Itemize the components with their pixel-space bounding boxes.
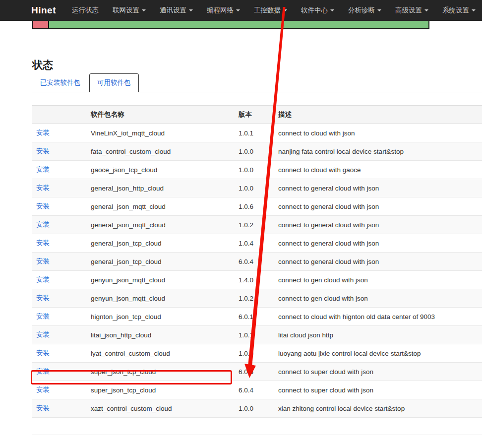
package-description: connect to gen cloud with json <box>278 276 368 284</box>
packages-table: 软件包名称 版本 描述 安装 VineLinX_iot_mqtt_cloud 1… <box>32 105 482 418</box>
package-description: litai cloud json http <box>278 331 333 339</box>
package-name: hignton_json_tcp_cloud <box>91 313 161 320</box>
section-divider <box>32 435 482 435</box>
table-row: 安装 xazt_control_custom_cloud 1.0.0 xian … <box>32 399 482 418</box>
tab-bar: 已安装软件包 可用软件包 <box>32 75 482 92</box>
package-name: general_json_mqtt_cloud <box>91 203 166 210</box>
package-version: 1.0.1 <box>239 331 253 339</box>
install-link[interactable]: 安装 <box>36 313 50 320</box>
package-version: 1.0.0 <box>239 166 253 174</box>
install-link[interactable]: 安装 <box>36 184 50 192</box>
package-description: connect to general cloud with json <box>278 203 379 210</box>
package-version: 6.0.4 <box>239 258 253 265</box>
package-version: 6.0.1 <box>239 313 253 320</box>
tab-installed-packages[interactable]: 已安装软件包 <box>32 73 88 92</box>
nav-item-label: 通讯设置 <box>160 0 186 21</box>
install-link[interactable]: 安装 <box>36 221 50 228</box>
install-link[interactable]: 安装 <box>36 294 50 302</box>
nav-menu: 运行状态 联网设置 通讯设置 编程网络 工控数据 软件中心 分析诊断 高级设置 … <box>65 0 482 21</box>
chevron-down-icon <box>142 9 146 11</box>
nav-item-industrial-data[interactable]: 工控数据 <box>247 0 294 21</box>
package-description: connect to cloud with json <box>278 129 355 137</box>
package-name: litai_json_http_cloud <box>91 331 151 339</box>
nav-item-comm-settings[interactable]: 通讯设置 <box>153 0 200 21</box>
package-description: luoyang aotu jixie control local device … <box>278 350 421 357</box>
table-row: 安装 general_json_mqtt_cloud 1.0.6 connect… <box>32 197 482 216</box>
table-row: 安装 general_json_http_cloud 1.0.0 connect… <box>32 179 482 197</box>
install-link[interactable]: 安装 <box>36 331 50 338</box>
chevron-down-icon <box>472 9 476 11</box>
brand-logo[interactable]: Hinet <box>31 0 56 21</box>
nav-item-programming-network[interactable]: 编程网络 <box>200 0 247 21</box>
install-link[interactable]: 安装 <box>36 349 50 357</box>
table-row: 安装 hignton_json_tcp_cloud 6.0.1 connect … <box>32 308 482 326</box>
package-version: 1.0.0 <box>239 185 253 192</box>
table-row: 安装 genyun_json_mqtt_cloud 1.4.0 connect … <box>32 271 482 289</box>
nav-item-label: 联网设置 <box>113 0 139 21</box>
install-link[interactable]: 安装 <box>36 257 50 265</box>
package-version: 1.0.1 <box>239 129 253 137</box>
chevron-down-icon <box>283 9 287 11</box>
nav-item-analysis-diagnosis[interactable]: 分析诊断 <box>341 0 388 21</box>
package-name: VineLinX_iot_mqtt_cloud <box>91 129 165 137</box>
install-link[interactable]: 安装 <box>36 166 50 173</box>
header-description: 描述 <box>274 106 482 124</box>
table-row: 安装 general_json_tcp_cloud 1.0.4 connect … <box>32 234 482 253</box>
table-row: 安装 fata_control_custom_cloud 1.0.0 nanji… <box>32 142 482 161</box>
install-link[interactable]: 安装 <box>36 386 50 393</box>
install-link[interactable]: 安装 <box>36 202 50 210</box>
nav-item-network-settings[interactable]: 联网设置 <box>106 0 153 21</box>
chevron-down-icon <box>189 9 193 11</box>
header-package-name: 软件包名称 <box>87 106 235 124</box>
package-version: 6.0.4 <box>239 386 253 394</box>
table-header-row: 软件包名称 版本 描述 <box>32 106 482 124</box>
package-description: connect to general cloud with json <box>278 258 379 265</box>
package-name: general_json_tcp_cloud <box>91 240 162 247</box>
install-link[interactable]: 安装 <box>36 239 50 247</box>
package-name: xazt_control_custom_cloud <box>91 405 172 412</box>
package-name: lyat_control_custom_cloud <box>91 350 170 357</box>
tab-available-packages[interactable]: 可用软件包 <box>89 73 139 92</box>
package-version: 1.0.4 <box>239 240 253 247</box>
package-name: genyun_json_mqtt_cloud <box>91 276 165 284</box>
package-description: connect to general cloud with json <box>278 221 379 229</box>
nav-item-label: 运行状态 <box>72 0 99 21</box>
table-row: 安装 gaoce_json_tcp_cloud 1.0.0 connect to… <box>32 161 482 179</box>
install-link[interactable]: 安装 <box>36 368 50 375</box>
install-link[interactable]: 安装 <box>36 129 50 136</box>
package-name: general_json_http_cloud <box>91 185 164 192</box>
table-row: 安装 lyat_control_custom_cloud 1.0.0 luoya… <box>32 344 482 363</box>
nav-item-label: 高级设置 <box>395 0 422 21</box>
table-row: 安装 general_json_mqtt_cloud 1.0.2 connect… <box>32 216 482 234</box>
package-description: connect to cloud with gaoce <box>278 166 361 174</box>
nav-item-system-settings[interactable]: 系统设置 <box>435 0 482 21</box>
package-version: 1.0.2 <box>239 221 253 229</box>
package-version: 1.0.0 <box>239 148 253 155</box>
package-version: 1.0.6 <box>239 203 253 210</box>
package-name: general_json_tcp_cloud <box>91 258 162 265</box>
package-description: connect to general cloud with json <box>278 240 379 247</box>
table-row: 安装 super_json_tcp_cloud 6.0.4 connect to… <box>32 381 482 399</box>
package-description: connect to general cloud with json <box>278 185 379 192</box>
chevron-down-icon <box>377 9 381 11</box>
nav-item-run-status[interactable]: 运行状态 <box>65 0 106 21</box>
package-version: 6.0.6 <box>239 368 253 376</box>
table-row: 安装 genyun_json_mqtt_cloud 1.0.2 connect … <box>32 289 482 308</box>
package-version: 1.0.0 <box>239 405 253 412</box>
nav-item-software-center[interactable]: 软件中心 <box>294 0 341 21</box>
package-name: super_json_tcp_cloud <box>91 368 156 376</box>
nav-item-label: 分析诊断 <box>348 0 375 21</box>
package-name: genyun_json_mqtt_cloud <box>91 295 165 302</box>
header-install <box>32 106 87 124</box>
chevron-down-icon <box>330 9 334 11</box>
install-link[interactable]: 安装 <box>36 404 50 412</box>
table-row: 安装 VineLinX_iot_mqtt_cloud 1.0.1 connect… <box>32 124 482 142</box>
table-row: 安装 litai_json_http_cloud 1.0.1 litai clo… <box>32 326 482 344</box>
package-description: connect to gen cloud with json <box>278 295 368 302</box>
page-title: 状态 <box>32 59 482 71</box>
nav-item-label: 工控数据 <box>254 0 281 21</box>
nav-item-advanced-settings[interactable]: 高级设置 <box>388 0 435 21</box>
install-link[interactable]: 安装 <box>36 147 50 155</box>
install-link[interactable]: 安装 <box>36 276 50 283</box>
package-description: connect to super cloud with json <box>278 368 373 376</box>
